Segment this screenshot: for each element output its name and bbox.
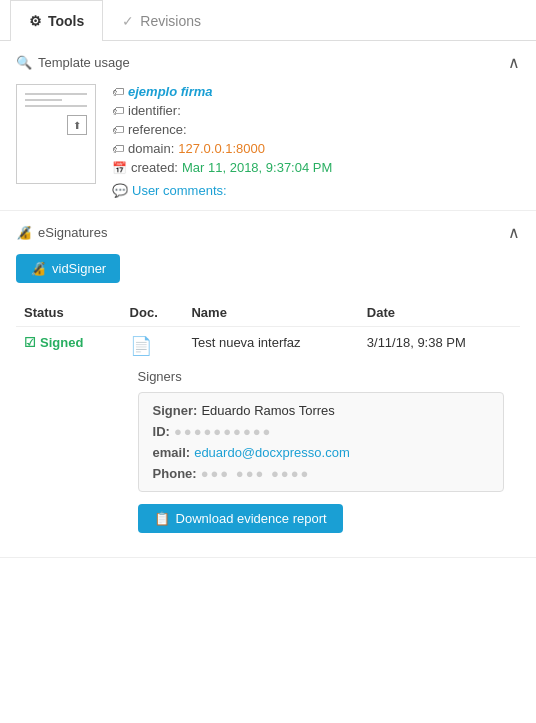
signatures-table: Status Doc. Name Date ☑ Signed 📄 Test nu — [16, 299, 520, 545]
signers-section: Signers Signer: Eduardo Ramos Torres ID:… — [130, 369, 512, 533]
col-name: Name — [183, 299, 358, 327]
cell-status: ☑ Signed — [16, 327, 122, 366]
template-name-row: 🏷 ejemplo firma — [112, 84, 332, 99]
signatures-table-head: Status Doc. Name Date — [16, 299, 520, 327]
signed-label: Signed — [40, 335, 83, 350]
person-key-icon: 🔏 — [16, 225, 32, 240]
thumb-line-1 — [25, 93, 87, 95]
signer-name-label: Signer: — [153, 403, 198, 418]
cell-name: Test nueva interfaz — [183, 327, 358, 366]
col-doc: Doc. — [122, 299, 184, 327]
signatures-table-body: ☑ Signed 📄 Test nueva interfaz 3/11/18, … — [16, 327, 520, 546]
signer-email-label: email: — [153, 445, 191, 460]
download-icon: 📋 — [154, 511, 170, 526]
tab-bar: ⚙ Tools ✓ Revisions — [0, 0, 536, 41]
check-box-icon: ☑ — [24, 335, 36, 350]
signer-phone-label: Phone: — [153, 466, 197, 481]
template-info: 🏷 ejemplo firma 🏷 identifier: 🏷 referenc… — [112, 84, 332, 198]
status-signed: ☑ Signed — [24, 335, 114, 350]
tab-revisions-label: Revisions — [140, 13, 201, 29]
template-domain-value: 127.0.0.1:8000 — [178, 141, 265, 156]
signer-card: Signer: Eduardo Ramos Torres ID: ●●●●●●●… — [138, 392, 504, 492]
thumb-line-2 — [25, 99, 62, 101]
table-row: ☑ Signed 📄 Test nueva interfaz 3/11/18, … — [16, 327, 520, 366]
person-icon: 🔍 — [16, 55, 32, 70]
template-reference-row: 🏷 reference: — [112, 122, 332, 137]
template-reference-label: reference: — [128, 122, 187, 137]
tag-icon-name: 🏷 — [112, 85, 124, 99]
tag-icon-ref: 🏷 — [112, 123, 124, 137]
signers-label: Signers — [130, 369, 512, 384]
tag-icon-domain: 🏷 — [112, 142, 124, 156]
template-identifier-row: 🏷 identifier: — [112, 103, 332, 118]
cell-doc: 📄 — [122, 327, 184, 366]
user-comments-link[interactable]: 💬 User comments: — [112, 183, 332, 198]
tab-revisions[interactable]: ✓ Revisions — [103, 0, 220, 41]
thumb-upload-icon: ⬆ — [67, 115, 87, 135]
template-identifier-label: identifier: — [128, 103, 181, 118]
calendar-icon: 📅 — [112, 161, 127, 175]
esignatures-header: 🔏 eSignatures ∧ — [16, 223, 520, 242]
template-body: ⬆ 🏷 ejemplo firma 🏷 identifier: 🏷 refere… — [16, 84, 520, 198]
template-name: ejemplo firma — [128, 84, 213, 99]
template-created-row: 📅 created: Mar 11, 2018, 9:37:04 PM — [112, 160, 332, 175]
check-icon: ✓ — [122, 13, 134, 29]
signer-email-row: email: eduardo@docxpresso.com — [153, 445, 489, 460]
signer-phone-row: Phone: ●●● ●●● ●●●● — [153, 466, 489, 481]
download-label: Download evidence report — [176, 511, 327, 526]
doc-name: Test nueva interfaz — [191, 335, 300, 350]
signer-id-label: ID: — [153, 424, 170, 439]
esignatures-section: 🔏 eSignatures ∧ 🔏 vidSigner Status Doc. … — [0, 211, 536, 558]
download-evidence-button[interactable]: 📋 Download evidence report — [138, 504, 343, 533]
signer-id-value: ●●●●●●●●●● — [174, 424, 273, 439]
signers-cell: Signers Signer: Eduardo Ramos Torres ID:… — [122, 365, 520, 545]
collapse-icon[interactable]: ∧ — [508, 53, 520, 72]
tag-icon-id: 🏷 — [112, 104, 124, 118]
template-domain-row: 🏷 domain: 127.0.0.1:8000 — [112, 141, 332, 156]
signers-row: Signers Signer: Eduardo Ramos Torres ID:… — [16, 365, 520, 545]
esig-collapse-icon[interactable]: ∧ — [508, 223, 520, 242]
cell-date: 3/11/18, 9:38 PM — [359, 327, 520, 366]
tab-tools-label: Tools — [48, 13, 84, 29]
thumb-line-3 — [25, 105, 87, 107]
template-usage-header: 🔍 Template usage ∧ — [16, 53, 520, 72]
document-icon: 📄 — [130, 336, 152, 356]
tab-tools[interactable]: ⚙ Tools — [10, 0, 103, 41]
signer-id-row: ID: ●●●●●●●●●● — [153, 424, 489, 439]
col-status: Status — [16, 299, 122, 327]
vidsigner-label: vidSigner — [52, 261, 106, 276]
signatures-table-header-row: Status Doc. Name Date — [16, 299, 520, 327]
col-date: Date — [359, 299, 520, 327]
gear-icon: ⚙ — [29, 13, 42, 29]
vidsigner-button[interactable]: 🔏 vidSigner — [16, 254, 120, 283]
signer-email-value: eduardo@docxpresso.com — [194, 445, 350, 460]
template-thumbnail: ⬆ — [16, 84, 96, 184]
template-domain-label: domain: — [128, 141, 174, 156]
signer-name-value: Eduardo Ramos Torres — [201, 403, 334, 418]
template-created-value: Mar 11, 2018, 9:37:04 PM — [182, 160, 332, 175]
esignatures-title: 🔏 eSignatures — [16, 225, 107, 240]
signer-phone-value: ●●● ●●● ●●●● — [201, 466, 311, 481]
user-comments-label: User comments: — [132, 183, 227, 198]
template-usage-section: 🔍 Template usage ∧ ⬆ 🏷 ejemplo firma 🏷 i… — [0, 41, 536, 211]
template-created-label: created: — [131, 160, 178, 175]
thumb-lines — [25, 93, 87, 107]
comment-icon: 💬 — [112, 183, 128, 198]
signer-name-row: Signer: Eduardo Ramos Torres — [153, 403, 489, 418]
vidsigner-icon: 🔏 — [30, 261, 46, 276]
template-usage-title: 🔍 Template usage — [16, 55, 130, 70]
